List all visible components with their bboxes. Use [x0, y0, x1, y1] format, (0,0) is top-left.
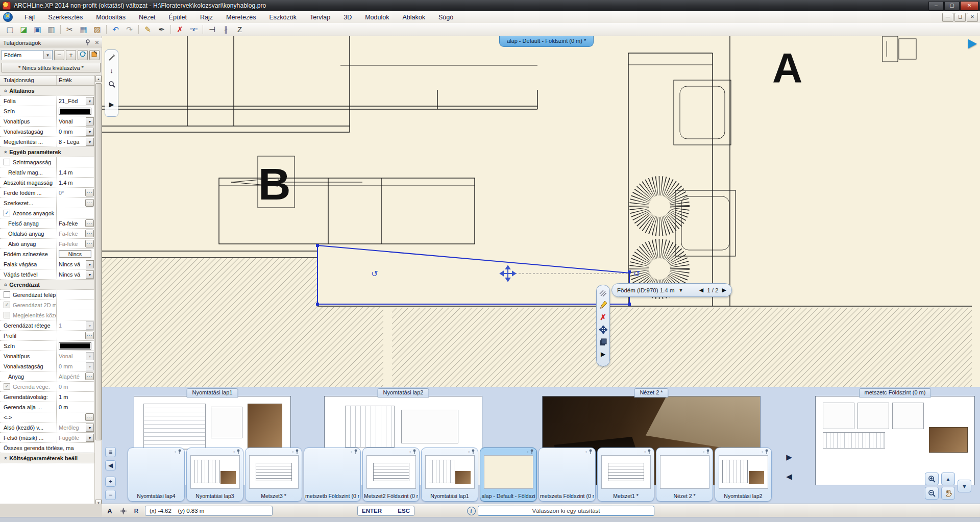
dropdown-icon[interactable]: ▼ — [86, 138, 94, 146]
property-row[interactable]: Megjelenítési ...8 - Lega▼ — [0, 137, 95, 147]
property-row[interactable]: Gerendázat rétege1▼ — [0, 320, 95, 331]
property-row[interactable]: Szintmagasság — [0, 157, 95, 167]
menu-item-méretezés[interactable]: Méretezés — [219, 12, 262, 22]
maximize-button[interactable]: ▢ — [944, 1, 960, 11]
property-row[interactable]: Gerendázat felépítése — [0, 290, 95, 300]
pan-down-icon[interactable]: ↓ — [107, 66, 116, 75]
checkbox-checked[interactable]: ✓ — [4, 302, 10, 308]
pin-icon[interactable] — [706, 449, 710, 454]
property-value-cell[interactable]: 0 m — [57, 404, 95, 410]
property-row[interactable]: ✓Gerendázat 2D megjelenítés — [0, 300, 95, 310]
pager-next-icon[interactable]: ▶ — [722, 287, 726, 293]
property-value-cell[interactable]: 1.4 m — [57, 180, 95, 186]
property-value-cell[interactable]: 0 mm▼ — [57, 362, 95, 370]
active-view-tab[interactable]: alap - Default - Földszint (0 m) * — [499, 36, 594, 47]
drawing-area[interactable]: B A ↺ ↺ alap - Default - Földszint — [102, 36, 980, 387]
edit-pencil-icon[interactable] — [599, 300, 608, 310]
property-value-cell[interactable]: 21_Föd▼ — [57, 97, 95, 105]
property-row[interactable]: ✓Azonos anyagok — [0, 208, 95, 218]
ellipsis-button[interactable]: ··· — [85, 372, 94, 380]
property-grid-scrollbar[interactable]: ▲ ▼ — [94, 75, 102, 507]
panel-toggle-arrow-icon[interactable] — [968, 39, 977, 48]
checkbox-checked[interactable]: ✓ — [4, 383, 10, 390]
dropdown-icon[interactable]: ▼ — [86, 321, 94, 330]
delete-icon[interactable]: ✗ — [599, 312, 608, 322]
property-group-row[interactable]: »Egyéb paraméterek — [0, 147, 95, 157]
property-row[interactable]: Felső anyagFa-feke··· — [0, 218, 95, 229]
window-icon[interactable]: ▫ — [527, 450, 528, 454]
ellipsis-button[interactable]: ··· — [85, 240, 94, 247]
pin-icon[interactable] — [589, 449, 593, 454]
property-row[interactable]: VonaltípusVonal▼ — [0, 116, 95, 127]
pin-icon[interactable] — [471, 449, 475, 454]
window-icon[interactable]: ▫ — [292, 450, 293, 454]
menu-item-rajz[interactable]: Rajz — [193, 12, 219, 22]
property-row[interactable]: Felső (másik) ...Függőle▼ — [0, 433, 95, 443]
checkbox-unchecked[interactable] — [4, 312, 10, 318]
rotate-handle-icon[interactable]: ↺ — [633, 269, 640, 278]
view-preview-title[interactable]: Nyomtatási lap1 — [187, 388, 238, 397]
menu-item-módosítás[interactable]: Módosítás — [89, 12, 132, 22]
zoom-icon[interactable] — [107, 80, 116, 88]
collapse-chevron-icon[interactable]: » — [2, 283, 8, 286]
view-thumbnail[interactable]: ▫Nézet 2 * — [656, 448, 713, 502]
info-icon[interactable]: i — [465, 506, 477, 516]
style-edit-icon[interactable] — [78, 50, 88, 60]
property-value-cell[interactable]: ··· — [57, 199, 95, 207]
property-value-cell[interactable]: Alapérté··· — [57, 372, 95, 380]
property-row[interactable]: Alsó anyagFa-feke··· — [0, 239, 95, 249]
window-icon[interactable]: ▫ — [703, 450, 704, 454]
property-row[interactable]: AnyagAlapérté··· — [0, 371, 95, 382]
pan-up-button[interactable]: ▲ — [941, 473, 955, 485]
property-row[interactable]: Megjelenítés középvonallal — [0, 310, 95, 320]
property-value-cell[interactable]: 8 - Lega▼ — [57, 138, 95, 146]
property-value-cell[interactable] — [57, 342, 95, 350]
text-cursor-icon[interactable]: A — [104, 506, 115, 516]
property-value-cell[interactable]: Fa-feke··· — [57, 219, 95, 227]
match-properties-button[interactable]: =¥= — [187, 23, 201, 36]
move-icon[interactable] — [599, 325, 608, 335]
thumbbar-back-button[interactable]: ◀ — [105, 460, 116, 470]
elevation-z-button[interactable]: Z — [233, 23, 247, 36]
property-value-cell[interactable]: ··· — [57, 413, 95, 421]
dropdown-icon[interactable]: ▼ — [86, 97, 94, 105]
view-thumbnail[interactable]: ▫Nyomtatási lap1 — [421, 448, 478, 502]
esc-hint[interactable]: ESC — [398, 508, 410, 514]
property-value-cell[interactable]: Nincs — [57, 250, 95, 258]
pin-icon[interactable] — [295, 449, 299, 454]
copy-icon[interactable] — [599, 337, 608, 347]
property-row[interactable]: ✓Gerenda vége.0 m — [0, 382, 95, 392]
property-value-cell[interactable]: Merőleg▼ — [57, 424, 95, 432]
cut-button[interactable]: ✂ — [63, 23, 77, 36]
dropdown-icon[interactable]: ▼ — [86, 434, 94, 442]
view-thumbnail[interactable]: ▫Metszet2 Földszint (0 r — [362, 448, 420, 502]
pipette-button[interactable]: ✒ — [155, 23, 168, 36]
pin-icon[interactable] — [84, 39, 91, 46]
style-selector-button[interactable]: * Nincs stílus kiválasztva * — [2, 63, 101, 72]
menu-item-súgó[interactable]: Súgó — [432, 12, 460, 22]
property-row[interactable]: Gerendatávolság:1 m — [0, 392, 95, 402]
zoom-out-button[interactable] — [925, 487, 939, 500]
dropdown-icon[interactable]: ▼ — [86, 270, 94, 279]
property-row[interactable]: Szín — [0, 341, 95, 351]
save-button[interactable]: ▣ — [31, 23, 44, 36]
pin-icon[interactable] — [530, 449, 534, 454]
property-row[interactable]: VonaltípusVonal▼ — [0, 351, 95, 361]
expand-context-icon[interactable]: ▶ — [599, 349, 608, 359]
color-swatch[interactable] — [59, 342, 91, 350]
enter-hint[interactable]: ENTER — [362, 508, 382, 514]
ellipsis-button[interactable]: ··· — [85, 199, 94, 207]
minimize-button[interactable]: – — [928, 1, 944, 11]
menu-item-tervlap[interactable]: Tervlap — [303, 12, 337, 22]
property-row[interactable]: Fólia21_Föd▼ — [0, 96, 95, 106]
mdi-close-button[interactable]: ✕ — [967, 13, 978, 22]
property-row[interactable]: Relatív mag...1.4 m — [0, 167, 95, 178]
checkbox-checked[interactable]: ✓ — [4, 210, 10, 216]
dropdown-icon[interactable]: ▼ — [86, 117, 94, 126]
dropdown-icon[interactable]: ▼ — [86, 424, 94, 432]
relative-coords-icon[interactable]: R — [131, 506, 142, 516]
window-icon[interactable]: ▫ — [409, 450, 411, 454]
scrollbar-thumb[interactable] — [95, 83, 102, 440]
color-swatch[interactable] — [59, 108, 91, 115]
dropdown-icon[interactable]: ▼ — [86, 362, 94, 370]
